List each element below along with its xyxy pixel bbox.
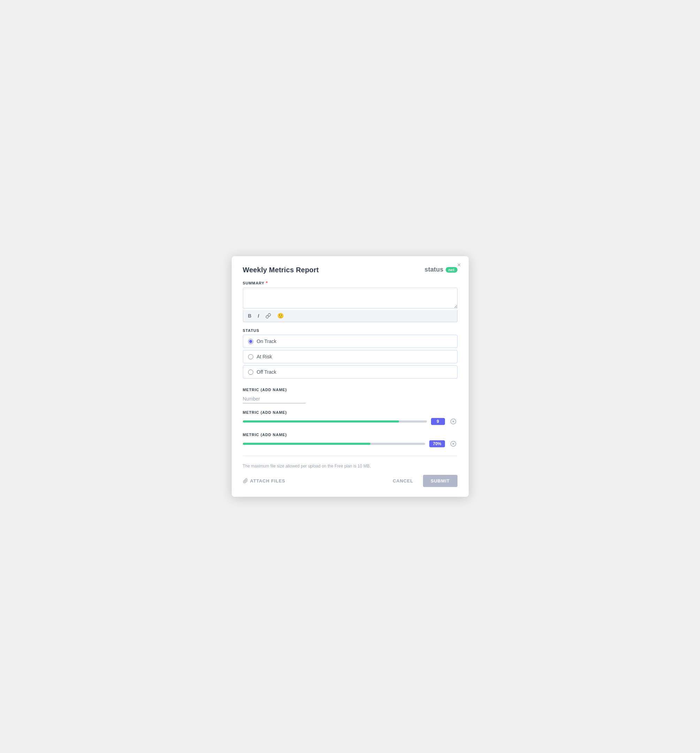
radio-at-risk[interactable] [248, 354, 253, 359]
metric-1-label: METRIC (ADD NAME) [243, 387, 457, 392]
metric-3-slider-row: 70% [243, 440, 457, 448]
brand-area: status net [425, 266, 457, 273]
emoji-button[interactable]: 🙂 [276, 312, 285, 320]
status-at-risk-label: At Risk [257, 354, 272, 359]
submit-button[interactable]: SUBMIT [423, 475, 457, 487]
radio-off-track[interactable] [248, 370, 253, 375]
italic-button[interactable]: I [256, 312, 260, 319]
close-button[interactable]: × [455, 261, 463, 269]
metric-2-slider-row: 9 [243, 417, 457, 426]
metric-2-fill [243, 420, 399, 422]
status-label: STATUS [243, 328, 457, 333]
status-on-track-label: On Track [257, 339, 277, 344]
brand-name: status [425, 266, 444, 273]
summary-section: SUMMARY * B I 🙂 [243, 280, 457, 322]
metric-2-section: METRIC (ADD NAME) 9 [243, 410, 457, 426]
cancel-button[interactable]: CANCEL [388, 475, 418, 487]
link-button[interactable] [264, 312, 273, 319]
brand-badge: net [446, 267, 457, 273]
status-radio-group: On Track At Risk Off Track [243, 335, 457, 381]
attach-files-label: ATTACH FILES [250, 478, 285, 484]
status-option-on-track[interactable]: On Track [243, 335, 457, 348]
modal-footer: ATTACH FILES CANCEL SUBMIT [243, 473, 457, 487]
metric-2-value: 9 [431, 418, 445, 425]
metric-1-section: METRIC (ADD NAME) [243, 387, 457, 403]
toolbar: B I 🙂 [243, 310, 457, 322]
attach-files-button[interactable]: ATTACH FILES [243, 478, 285, 484]
modal-overlay: Weekly Metrics Report status net × SUMMA… [0, 0, 700, 753]
status-section: STATUS On Track At Risk Off Track [243, 328, 457, 381]
bold-button[interactable]: B [247, 312, 253, 319]
summary-label: SUMMARY * [243, 280, 457, 286]
footer-actions: CANCEL SUBMIT [388, 475, 457, 487]
file-notice: The maximum file size allowed per upload… [243, 464, 457, 469]
metric-3-remove-button[interactable] [449, 440, 457, 448]
status-option-off-track[interactable]: Off Track [243, 366, 457, 379]
metric-3-value: 70% [429, 440, 444, 447]
metric-3-section: METRIC (ADD NAME) 70% [243, 433, 457, 448]
metric-2-label: METRIC (ADD NAME) [243, 410, 457, 414]
summary-textarea[interactable] [243, 287, 457, 309]
metric-3-track[interactable] [243, 443, 426, 445]
metric-1-input[interactable] [243, 395, 306, 403]
status-option-at-risk[interactable]: At Risk [243, 350, 457, 363]
metric-2-track[interactable] [243, 420, 427, 422]
modal-container: Weekly Metrics Report status net × SUMMA… [232, 256, 469, 497]
modal-header: Weekly Metrics Report status net × [243, 266, 457, 274]
required-indicator: * [266, 280, 268, 286]
metric-3-label: METRIC (ADD NAME) [243, 433, 457, 437]
modal-title: Weekly Metrics Report [243, 266, 319, 274]
status-off-track-label: Off Track [257, 369, 277, 375]
divider [243, 456, 457, 456]
metric-3-fill [243, 443, 371, 445]
radio-on-track[interactable] [248, 339, 253, 344]
metric-2-remove-button[interactable] [449, 417, 457, 426]
